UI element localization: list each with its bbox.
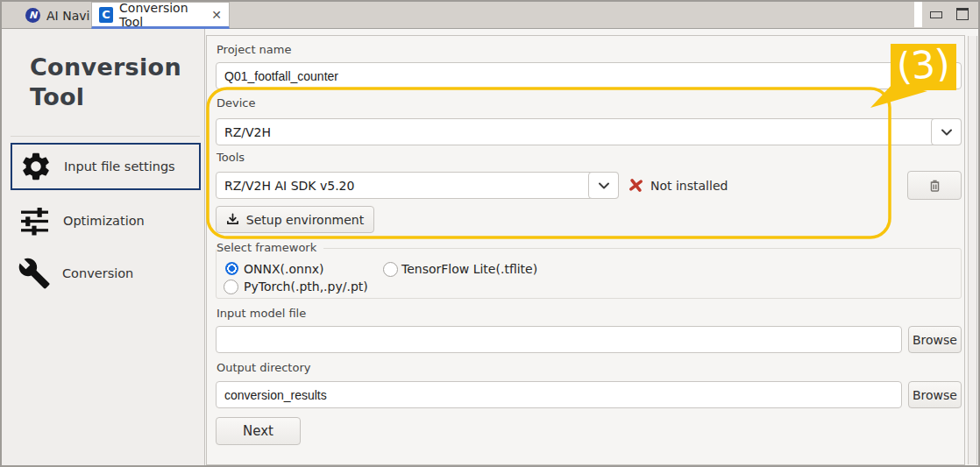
ai-navi-icon: N (25, 8, 40, 23)
output-directory-input[interactable] (216, 381, 902, 408)
radio-pytorch-label: PyTorch(.pth,.py/.pt) (244, 279, 368, 294)
tools-chevron-down-icon[interactable] (588, 172, 619, 199)
output-directory-browse-button[interactable]: Browse (908, 381, 962, 408)
sidebar-item-label: Input file settings (64, 159, 175, 173)
download-icon (226, 213, 239, 226)
output-directory-label: Output directory (217, 361, 310, 374)
wrench-icon (18, 257, 51, 290)
framework-fieldset: Select framework ONNX(.onnx) TensorFlow … (216, 248, 962, 299)
scrollbar[interactable] (968, 36, 977, 464)
tools-select[interactable]: RZ/V2H AI SDK v5.20 (216, 172, 619, 199)
tabbar-divider (914, 2, 922, 27)
sidebar-item-optimization[interactable]: Optimization (11, 201, 201, 241)
sidebar: Conversion Tool Input file settings (2, 29, 205, 465)
tab-ai-navi-label: AI Navi (46, 9, 89, 23)
radio-tensorflow-lite[interactable] (383, 262, 398, 277)
tab-conversion-tool[interactable]: C Conversion Tool ✕ (91, 2, 230, 29)
radio-pytorch[interactable] (224, 279, 238, 294)
gear-icon (19, 150, 53, 183)
project-name-input[interactable] (216, 62, 962, 89)
radio-onnx[interactable] (225, 262, 238, 275)
output-directory-browse-label: Browse (913, 388, 957, 402)
sidebar-item-label: Optimization (63, 214, 145, 228)
conversion-tool-icon: C (99, 7, 113, 23)
sliders-icon (20, 207, 49, 236)
maximize-icon[interactable] (956, 8, 969, 20)
radio-tensorflow-lite-label: TensorFlow Lite(.tflite) (401, 262, 537, 276)
sidebar-title: Conversion Tool (30, 53, 183, 112)
device-select[interactable]: RZ/V2H (216, 118, 962, 145)
project-name-label: Project name (217, 43, 291, 56)
tab-conversion-tool-label: Conversion Tool (119, 1, 205, 29)
input-model-browse-label: Browse (913, 333, 957, 347)
tab-bar: N AI Navi C Conversion Tool ✕ (2, 2, 978, 29)
next-button[interactable]: Next (216, 417, 301, 445)
sidebar-item-label: Conversion (62, 266, 133, 280)
device-select-value: RZ/V2H (224, 125, 271, 139)
sidebar-item-input-file-settings[interactable]: Input file settings (11, 143, 201, 190)
tools-select-value: RZ/V2H AI SDK v5.20 (224, 179, 354, 193)
tools-label: Tools (217, 151, 245, 164)
sidebar-item-conversion[interactable]: Conversion (11, 251, 201, 296)
tab-close-icon[interactable]: ✕ (211, 8, 222, 22)
input-model-file-label: Input model file (217, 307, 306, 320)
input-model-browse-button[interactable]: Browse (908, 326, 962, 353)
minimize-icon[interactable] (930, 11, 942, 18)
sidebar-divider (11, 136, 200, 137)
tools-status-text: Not installed (650, 179, 728, 193)
framework-legend: Select framework (217, 241, 323, 254)
setup-environment-button[interactable]: Setup environment (216, 206, 374, 233)
setup-environment-label: Setup environment (246, 213, 364, 227)
device-label: Device (217, 96, 255, 110)
trash-icon (927, 177, 943, 194)
tab-ai-navi[interactable]: N AI Navi (25, 2, 89, 29)
radio-onnx-label: ONNX(.onnx) (244, 262, 324, 276)
device-chevron-down-icon[interactable] (931, 118, 962, 145)
app-window: N AI Navi C Conversion Tool ✕ Conversion… (0, 0, 980, 467)
error-x-icon (628, 178, 643, 193)
next-button-label: Next (243, 423, 273, 439)
delete-tool-button[interactable] (907, 171, 962, 200)
input-model-file-input[interactable] (216, 326, 902, 353)
